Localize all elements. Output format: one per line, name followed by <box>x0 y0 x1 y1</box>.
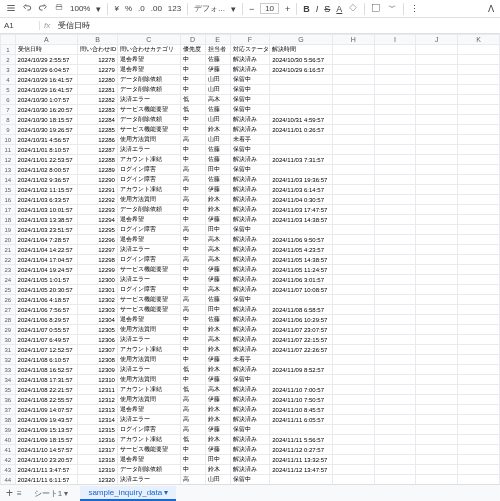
cell[interactable]: 2024/11/07 22:15:57 <box>270 335 333 345</box>
cell[interactable]: 2024/11/06 7:56:57 <box>15 305 78 315</box>
row-header[interactable]: 26 <box>1 295 16 305</box>
italic-btn[interactable]: I <box>316 4 319 14</box>
cell[interactable] <box>458 365 500 375</box>
cell[interactable]: 12295 <box>78 225 118 235</box>
cell[interactable]: 鈴木 <box>205 205 230 215</box>
cell[interactable] <box>458 215 500 225</box>
cell[interactable] <box>374 65 416 75</box>
cell[interactable]: 解決済み <box>230 405 270 415</box>
cell[interactable]: 解決済み <box>230 215 270 225</box>
cell[interactable]: サービス機能要望 <box>117 295 180 305</box>
cell[interactable]: 伊藤 <box>205 275 230 285</box>
cell[interactable]: 12293 <box>78 205 118 215</box>
cell[interactable]: 2024/11/08 17:31:57 <box>15 375 78 385</box>
cell[interactable]: アカウント凍結 <box>117 345 180 355</box>
row-header[interactable]: 30 <box>1 335 16 345</box>
cell[interactable]: 2024/11/06 3:01:57 <box>270 275 333 285</box>
cell[interactable] <box>458 105 500 115</box>
cell[interactable]: 2024/11/03 6:33:57 <box>15 195 78 205</box>
cell[interactable] <box>270 105 333 115</box>
col-header[interactable]: I <box>374 35 416 45</box>
cell[interactable] <box>270 475 333 485</box>
cell[interactable] <box>374 285 416 295</box>
cell[interactable]: 解決済み <box>230 335 270 345</box>
cell[interactable]: 中 <box>180 115 205 125</box>
col-header[interactable]: F <box>230 35 270 45</box>
cell[interactable]: データ削除依頼 <box>117 115 180 125</box>
cell[interactable]: 使用方法質問 <box>117 195 180 205</box>
cell[interactable]: 高 <box>180 475 205 485</box>
font-size-input[interactable]: 10 <box>260 3 279 14</box>
cell[interactable] <box>416 255 458 265</box>
cell[interactable]: 解決済み <box>230 285 270 295</box>
cell[interactable] <box>416 305 458 315</box>
cell[interactable] <box>374 145 416 155</box>
cell[interactable] <box>374 245 416 255</box>
cell[interactable]: 中 <box>180 215 205 225</box>
cell[interactable]: 山田 <box>205 475 230 485</box>
cell[interactable]: 高 <box>180 195 205 205</box>
cell[interactable] <box>458 95 500 105</box>
cell[interactable] <box>458 285 500 295</box>
cell[interactable]: 2024/11/03 14:38:57 <box>270 215 333 225</box>
cell[interactable]: 12320 <box>78 475 118 485</box>
cell[interactable]: アカウント凍結 <box>117 155 180 165</box>
cell[interactable]: 使用方法質問 <box>117 395 180 405</box>
cell[interactable]: 2024/11/05 20:30:57 <box>15 285 78 295</box>
cell[interactable]: 高木 <box>205 335 230 345</box>
cell[interactable] <box>374 275 416 285</box>
header-cell[interactable] <box>458 45 500 55</box>
col-header[interactable]: E <box>205 35 230 45</box>
cell[interactable]: 決済エラー <box>117 245 180 255</box>
cell[interactable]: 決済エラー <box>117 365 180 375</box>
cell[interactable]: 保留中 <box>230 85 270 95</box>
cell[interactable]: 解決済み <box>230 465 270 475</box>
cell[interactable] <box>416 425 458 435</box>
cell[interactable]: 12279 <box>78 65 118 75</box>
cell[interactable] <box>458 425 500 435</box>
row-header[interactable]: 21 <box>1 245 16 255</box>
row-header[interactable]: 43 <box>1 465 16 475</box>
cell[interactable] <box>416 195 458 205</box>
cell[interactable] <box>374 265 416 275</box>
cell[interactable] <box>416 165 458 175</box>
cell[interactable]: 2024/11/05 11:24:57 <box>270 265 333 275</box>
cell[interactable]: データ削除依頼 <box>117 85 180 95</box>
cell[interactable] <box>374 235 416 245</box>
header-cell[interactable]: 問い合わせID <box>78 45 118 55</box>
cell[interactable] <box>332 255 374 265</box>
cell[interactable]: 12301 <box>78 285 118 295</box>
cell[interactable]: 中 <box>180 265 205 275</box>
cell[interactable]: 2024/11/10 7:00:57 <box>270 385 333 395</box>
cell[interactable] <box>458 375 500 385</box>
dec-dec-btn[interactable]: .0 <box>138 4 145 13</box>
row-header[interactable]: 23 <box>1 265 16 275</box>
cell[interactable]: 12300 <box>78 275 118 285</box>
cell[interactable] <box>416 315 458 325</box>
cell[interactable] <box>374 335 416 345</box>
cell[interactable] <box>374 255 416 265</box>
cell[interactable]: 2024/10/30 16:20:57 <box>15 105 78 115</box>
cell[interactable]: 2024/11/11 5:56:57 <box>270 435 333 445</box>
cell[interactable]: 中 <box>180 375 205 385</box>
cell[interactable] <box>270 85 333 95</box>
cell[interactable] <box>332 285 374 295</box>
cell[interactable]: 解決済み <box>230 455 270 465</box>
cell[interactable] <box>374 55 416 65</box>
cell[interactable] <box>270 295 333 305</box>
cell[interactable] <box>332 275 374 285</box>
col-header[interactable]: C <box>117 35 180 45</box>
cell-reference[interactable]: A1 <box>0 21 40 30</box>
cell[interactable]: 2024/11/10 7:50:57 <box>270 395 333 405</box>
cell[interactable] <box>270 355 333 365</box>
cell[interactable]: 田中 <box>205 455 230 465</box>
cell[interactable]: ログイン障害 <box>117 425 180 435</box>
cell[interactable] <box>374 315 416 325</box>
cell[interactable]: 中 <box>180 185 205 195</box>
cell[interactable]: 伊藤 <box>205 65 230 75</box>
cell[interactable]: 伊藤 <box>205 215 230 225</box>
cell[interactable] <box>332 295 374 305</box>
cell[interactable]: ログイン障害 <box>117 225 180 235</box>
cell[interactable]: 2024/11/02 11:15:57 <box>15 185 78 195</box>
cell[interactable] <box>458 135 500 145</box>
